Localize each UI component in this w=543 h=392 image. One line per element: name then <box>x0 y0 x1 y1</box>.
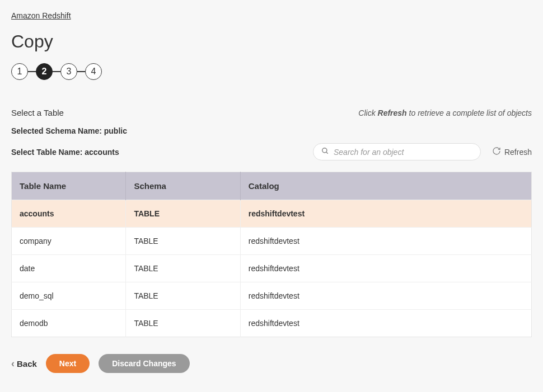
col-header-catalog[interactable]: Catalog <box>240 172 531 200</box>
step-connector <box>28 71 36 72</box>
back-button[interactable]: Back <box>11 358 37 370</box>
cell-schema: TABLE <box>126 282 240 310</box>
cell-catalog: redshiftdevtest <box>240 200 531 228</box>
next-button[interactable]: Next <box>46 354 90 373</box>
table-row[interactable]: dateTABLEredshiftdevtest <box>12 255 532 282</box>
breadcrumb[interactable]: Amazon Redshift <box>11 11 71 20</box>
cell-name: accounts <box>12 200 126 228</box>
cell-catalog: redshiftdevtest <box>240 228 531 255</box>
cell-schema: TABLE <box>126 255 240 282</box>
cell-name: date <box>12 255 126 282</box>
refresh-hint-bold: Refresh <box>378 108 407 117</box>
search-icon <box>321 147 329 157</box>
col-header-schema[interactable]: Schema <box>126 172 240 200</box>
refresh-icon <box>492 147 501 157</box>
stepper: 1234 <box>11 63 532 80</box>
search-input[interactable] <box>334 148 472 157</box>
table-row[interactable]: accountsTABLEredshiftdevtest <box>12 200 532 228</box>
discard-button[interactable]: Discard Changes <box>99 354 189 373</box>
step-2[interactable]: 2 <box>36 63 53 80</box>
refresh-button-label: Refresh <box>504 148 532 157</box>
cell-name: demodb <box>12 310 126 337</box>
step-3[interactable]: 3 <box>60 63 77 80</box>
cell-catalog: redshiftdevtest <box>240 255 531 282</box>
cell-catalog: redshiftdevtest <box>240 282 531 310</box>
select-table-label: Select a Table <box>11 108 64 117</box>
table-row[interactable]: demodbTABLEredshiftdevtest <box>12 310 532 337</box>
cell-name: company <box>12 228 126 255</box>
page-title: Copy <box>11 31 532 52</box>
cell-catalog: redshiftdevtest <box>240 310 531 337</box>
svg-line-1 <box>326 152 328 154</box>
selected-schema-line: Selected Schema Name: public <box>11 126 532 135</box>
table-row[interactable]: demo_sqlTABLEredshiftdevtest <box>12 282 532 310</box>
select-table-name-line: Select Table Name: accounts <box>11 148 119 157</box>
refresh-button[interactable]: Refresh <box>492 147 532 157</box>
refresh-hint: Click Refresh to retrieve a complete lis… <box>358 108 532 117</box>
cell-schema: TABLE <box>126 228 240 255</box>
step-1[interactable]: 1 <box>11 63 28 80</box>
refresh-hint-suffix: to retrieve a complete list of objects <box>407 108 532 117</box>
cell-name: demo_sql <box>12 282 126 310</box>
step-4[interactable]: 4 <box>85 63 102 80</box>
col-header-name[interactable]: Table Name <box>12 172 126 200</box>
step-connector <box>77 71 85 72</box>
cell-schema: TABLE <box>126 310 240 337</box>
step-connector <box>53 71 60 72</box>
refresh-hint-prefix: Click <box>358 108 377 117</box>
svg-point-0 <box>322 148 327 153</box>
object-table: Table Name Schema Catalog accountsTABLEr… <box>11 172 532 337</box>
cell-schema: TABLE <box>126 200 240 228</box>
search-box[interactable] <box>313 143 481 160</box>
footer: Back Next Discard Changes <box>11 354 532 373</box>
table-row[interactable]: companyTABLEredshiftdevtest <box>12 228 532 255</box>
